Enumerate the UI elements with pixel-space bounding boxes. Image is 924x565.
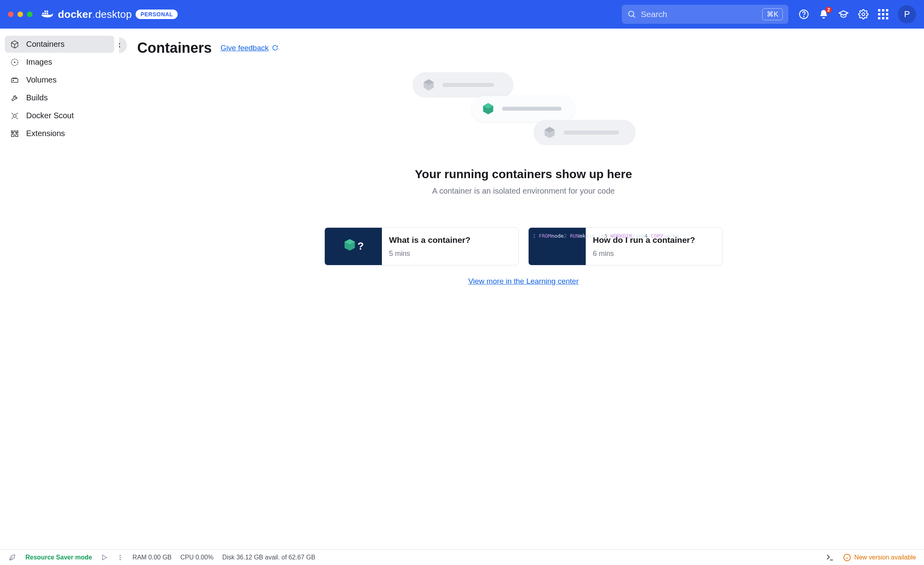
cube-grey-icon [543, 126, 556, 139]
maximize-window-button[interactable] [27, 12, 33, 17]
svg-line-6 [633, 15, 635, 17]
empty-state-illustration [412, 72, 635, 152]
sidebar-item-volumes[interactable]: Volumes [5, 71, 114, 88]
learning-card-what-is-container[interactable]: ? What is a container? 5 mins [324, 227, 519, 265]
sidebar-nav: Containers Images Volumes Builds Docker … [0, 29, 119, 549]
help-icon [799, 9, 809, 19]
svg-text:?: ? [357, 240, 364, 252]
title-bar: docker.desktop PERSONAL ⌘K 2 P [0, 0, 924, 29]
account-avatar[interactable]: P [898, 5, 916, 23]
header-actions: 2 P [799, 5, 916, 23]
plan-badge: PERSONAL [136, 10, 178, 19]
learning-center-button[interactable] [838, 9, 849, 19]
search-shortcut-hint: ⌘K [762, 8, 783, 20]
svg-point-9 [862, 13, 865, 16]
engine-start-button[interactable] [101, 554, 108, 561]
new-version-label: New version available [854, 554, 916, 561]
terminal-button[interactable] [826, 553, 834, 562]
svg-rect-4 [46, 11, 48, 12]
sidebar-item-label: Extensions [26, 129, 65, 138]
cube-question-icon: ? [343, 236, 364, 257]
svg-point-8 [803, 16, 804, 17]
search-input[interactable] [641, 10, 757, 19]
give-feedback-link[interactable]: Give feedback [220, 44, 278, 52]
docker-whale-icon [41, 10, 54, 19]
settings-button[interactable] [858, 9, 868, 19]
minimize-window-button[interactable] [17, 12, 23, 17]
svg-rect-3 [44, 11, 46, 12]
main-content: Containers Give feedback [119, 29, 924, 549]
notifications-button[interactable]: 2 [819, 9, 829, 19]
info-icon [843, 553, 851, 561]
svg-point-14 [13, 114, 16, 117]
learning-cards: ? What is a container? 5 mins 1FROM node… [324, 227, 723, 265]
svg-point-21 [120, 557, 121, 558]
learning-card-how-run-container[interactable]: 1FROM node 2RUN mkdir -p 3WORKDIR /app 4… [528, 227, 723, 265]
sidebar-item-label: Volumes [26, 75, 57, 85]
feedback-label: Give feedback [220, 44, 268, 52]
container-icon [10, 40, 19, 49]
svg-rect-0 [42, 13, 44, 14]
sidebar-item-images[interactable]: Images [5, 54, 114, 71]
scout-icon [10, 111, 19, 120]
search-icon [627, 10, 636, 19]
apps-grid-icon [878, 9, 888, 19]
svg-marker-19 [103, 555, 107, 560]
svg-point-5 [629, 11, 634, 16]
new-version-notice[interactable]: New version available [843, 553, 916, 561]
image-icon [10, 58, 19, 67]
puzzle-icon [10, 129, 19, 138]
card-duration: 5 mins [389, 250, 470, 258]
svg-point-11 [14, 61, 15, 63]
graduation-cap-icon [838, 9, 849, 20]
card-thumb-cube: ? [325, 228, 382, 265]
page-title: Containers [137, 40, 212, 56]
window-controls [8, 12, 33, 17]
chevron-left-icon [119, 41, 123, 49]
view-more-learning-link[interactable]: View more in the Learning center [468, 277, 579, 285]
sidebar-item-docker-scout[interactable]: Docker Scout [5, 107, 114, 124]
svg-rect-2 [46, 13, 48, 14]
feedback-icon [271, 44, 278, 52]
sidebar-item-label: Builds [26, 93, 48, 102]
status-bar: Resource Saver mode RAM 0.00 GB CPU 0.00… [0, 549, 924, 565]
cube-grey-icon [422, 78, 435, 92]
sidebar-item-label: Docker Scout [26, 111, 74, 120]
sidebar-item-label: Images [26, 58, 52, 67]
svg-point-22 [120, 559, 121, 560]
app-logo: docker.desktop PERSONAL [41, 8, 178, 21]
gear-icon [858, 9, 868, 19]
svg-rect-1 [44, 13, 46, 14]
collapse-sidebar-button[interactable] [119, 37, 127, 53]
app-switcher-button[interactable] [878, 9, 888, 19]
empty-state: Your running containers show up here A c… [137, 72, 910, 286]
sidebar-item-builds[interactable]: Builds [5, 89, 114, 106]
wrench-icon [10, 94, 19, 102]
sidebar-item-extensions[interactable]: Extensions [5, 125, 114, 142]
card-title: What is a container? [389, 235, 470, 245]
card-duration: 6 mins [593, 250, 695, 258]
card-title: How do I run a container? [593, 235, 695, 245]
disk-usage: Disk 36.12 GB avail. of 62.67 GB [222, 554, 315, 561]
svg-point-13 [13, 80, 13, 81]
ram-usage: RAM 0.00 GB [132, 554, 172, 561]
help-button[interactable] [799, 9, 809, 19]
cube-green-icon [481, 102, 495, 115]
close-window-button[interactable] [8, 12, 13, 17]
logo-brand-text: docker [58, 8, 92, 20]
card-thumb-code: 1FROM node 2RUN mkdir -p 3WORKDIR /app 4… [529, 228, 586, 265]
play-icon [101, 554, 108, 561]
sidebar-item-containers[interactable]: Containers [5, 36, 114, 53]
svg-point-20 [120, 555, 121, 556]
svg-rect-12 [12, 79, 18, 82]
terminal-icon [826, 553, 834, 562]
engine-menu-button[interactable] [117, 554, 124, 561]
global-search[interactable]: ⌘K [622, 5, 788, 24]
resource-mode-label[interactable]: Resource Saver mode [25, 554, 92, 561]
notification-count-badge: 2 [825, 7, 832, 13]
empty-state-title: Your running containers show up here [415, 167, 632, 181]
app-name: docker.desktop [58, 8, 132, 21]
more-vertical-icon [117, 554, 124, 561]
sidebar-item-label: Containers [26, 40, 65, 49]
volume-icon [10, 76, 19, 85]
